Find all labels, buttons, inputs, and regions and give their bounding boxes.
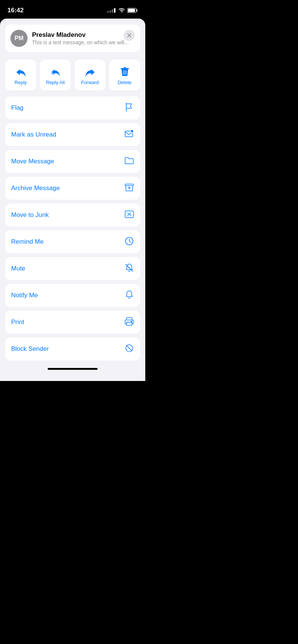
delete-button[interactable]: Delete [109, 60, 140, 90]
forward-label: Forward [81, 80, 99, 85]
move-message-menu-item[interactable]: Move Message [5, 150, 140, 173]
sender-name: Preslav Mladenov [32, 31, 135, 39]
notify-me-menu-item[interactable]: Notify Me [5, 284, 140, 307]
svg-rect-3 [120, 68, 129, 69]
archive-icon [124, 183, 134, 194]
forward-button[interactable]: Forward [74, 60, 105, 90]
reply-all-button[interactable]: Reply All [40, 60, 71, 90]
move-to-junk-menu-item[interactable]: Move to Junk [5, 204, 140, 227]
forward-icon [84, 66, 96, 77]
signal-icon [107, 8, 115, 13]
mark-unread-menu-item[interactable]: Mark as Unread [5, 123, 140, 146]
svg-rect-14 [127, 318, 132, 320]
svg-point-16 [131, 321, 132, 322]
action-grid: Reply Reply All Forward [5, 60, 140, 90]
trash-icon [119, 66, 131, 77]
archive-message-menu-item[interactable]: Archive Message [5, 177, 140, 200]
remind-me-menu-item[interactable]: Remind Me [5, 230, 140, 253]
action-sheet: PM Preslav Mladenov This is a test messa… [0, 19, 145, 381]
printer-icon [124, 317, 134, 328]
print-menu-item[interactable]: Print [5, 311, 140, 334]
folder-icon [124, 156, 134, 167]
block-sender-menu-item[interactable]: Block Sender [5, 337, 140, 361]
close-icon [127, 33, 131, 38]
envelope-dot-icon [124, 129, 134, 140]
flag-icon [124, 102, 134, 113]
archive-message-label: Archive Message [11, 185, 60, 192]
delete-label: Delete [118, 80, 132, 85]
svg-line-18 [127, 346, 132, 351]
svg-rect-2 [137, 10, 138, 12]
remind-me-label: Remind Me [11, 238, 44, 246]
mark-unread-label: Mark as Unread [11, 131, 56, 138]
mute-label: Mute [11, 265, 25, 272]
notify-me-label: Notify Me [11, 292, 38, 299]
svg-rect-15 [127, 322, 132, 325]
wifi-icon [118, 8, 125, 13]
move-to-junk-label: Move to Junk [11, 211, 49, 219]
status-bar: 16:42 [0, 0, 145, 19]
print-label: Print [11, 318, 24, 326]
mute-menu-item[interactable]: Mute [5, 257, 140, 280]
close-button[interactable] [124, 30, 135, 41]
block-icon [124, 343, 134, 355]
reply-label: Reply [15, 80, 27, 85]
bell-icon [124, 290, 134, 301]
status-time: 16:42 [7, 7, 23, 14]
menu-list: Flag Mark as Unread Move Message [5, 96, 140, 361]
reply-icon [15, 66, 27, 77]
reply-all-icon [50, 66, 61, 77]
reply-all-label: Reply All [46, 80, 65, 85]
home-indicator [48, 368, 98, 370]
reply-button[interactable]: Reply [5, 60, 36, 90]
email-info: Preslav Mladenov This is a test message,… [32, 31, 135, 45]
svg-rect-4 [123, 67, 126, 68]
bell-slash-icon [124, 263, 134, 274]
email-header: PM Preslav Mladenov This is a test messa… [5, 25, 140, 52]
email-preview: This is a test message, on which we will… [32, 39, 135, 45]
flag-menu-item[interactable]: Flag [5, 96, 140, 119]
svg-rect-10 [125, 184, 133, 186]
flag-label: Flag [11, 104, 23, 112]
battery-icon [127, 8, 138, 13]
move-message-label: Move Message [11, 158, 54, 165]
status-icons [107, 8, 138, 13]
svg-point-9 [131, 130, 133, 132]
block-sender-label: Block Sender [11, 345, 49, 353]
xmark-box-icon [124, 209, 134, 221]
avatar: PM [10, 30, 28, 47]
svg-rect-1 [128, 9, 135, 12]
clock-icon [124, 236, 134, 247]
